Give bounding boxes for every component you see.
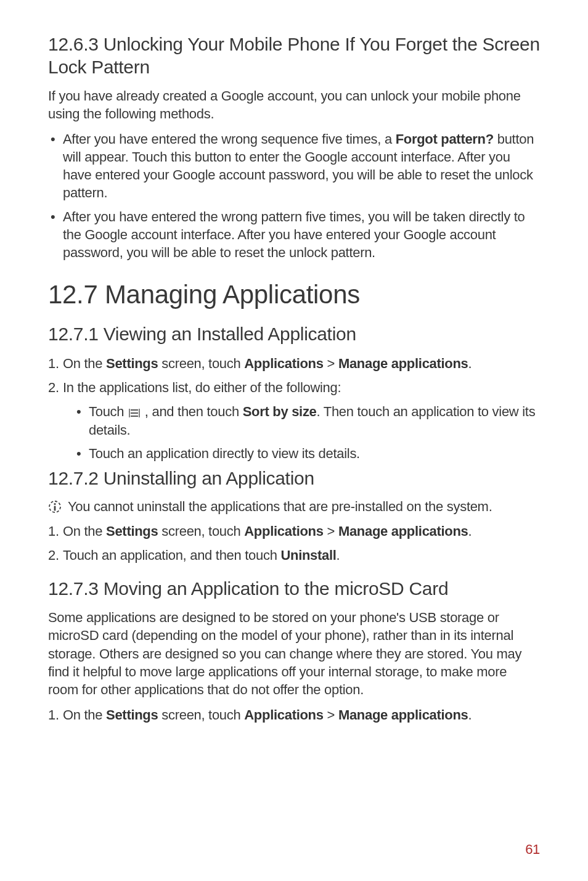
intro-12-7-3: Some applications are designed to be sto… [48, 609, 540, 698]
step-number: 1. [48, 706, 59, 724]
text: . [468, 707, 472, 723]
text: > [324, 707, 338, 723]
bold-text: Forgot pattern? [396, 131, 494, 147]
text: . [468, 523, 472, 539]
text: After you have entered the wrong sequenc… [63, 131, 396, 147]
info-icon [48, 500, 62, 514]
bold-text: Applications [244, 707, 323, 723]
step-2: 2. Touch an application, and then touch … [48, 546, 540, 564]
text: On the [63, 707, 106, 723]
text: On the [63, 356, 106, 371]
bold-text: Settings [106, 356, 158, 371]
intro-12-6-3: If you have already created a Google acc… [48, 87, 540, 123]
heading-12-6-3: 12.6.3 Unlocking Your Mobile Phone If Yo… [48, 33, 540, 78]
text: . [468, 356, 472, 371]
text: screen, touch [158, 523, 244, 539]
step-number: 1. [48, 522, 59, 540]
page-number: 61 [525, 842, 540, 858]
text: > [324, 523, 338, 539]
text: Touch an application, and then touch [63, 547, 280, 563]
svg-rect-6 [54, 506, 56, 510]
sub-bullet-item: Touch an application directly to view it… [75, 445, 540, 463]
heading-12-7-1: 12.7.1 Viewing an Installed Application [48, 323, 540, 346]
step-1: 1. On the Settings screen, touch Applica… [48, 522, 540, 540]
text: screen, touch [158, 707, 244, 723]
bold-text: Applications [244, 523, 323, 539]
step-2: 2. In the applications list, do either o… [48, 379, 540, 396]
note-text: You cannot uninstall the applications th… [68, 499, 492, 515]
bold-text: Uninstall [280, 547, 336, 563]
bullet-item: After you have entered the wrong pattern… [48, 208, 540, 261]
bullet-item: After you have entered the wrong sequenc… [48, 130, 540, 202]
heading-12-7-3: 12.7.3 Moving an Application to the micr… [48, 578, 540, 600]
text: . [337, 547, 340, 563]
step-number: 2. [48, 379, 59, 396]
sub-bullets-12-7-1: Touch , and then touch Sort by size. The… [75, 403, 540, 462]
text: , and then touch [141, 404, 243, 419]
text: Touch an application directly to view it… [89, 446, 360, 461]
bold-text: Manage applications [338, 707, 468, 723]
step-1: 1. On the Settings screen, touch Applica… [48, 354, 540, 372]
bold-text: Settings [106, 707, 158, 723]
heading-12-7: 12.7 Managing Applications [48, 280, 540, 309]
bullets-12-6-3: After you have entered the wrong sequenc… [48, 130, 540, 261]
text: In the applications list, do either of t… [63, 380, 341, 395]
bold-text: Manage applications [338, 356, 468, 371]
note-row: You cannot uninstall the applications th… [48, 499, 540, 515]
sub-bullet-item: Touch , and then touch Sort by size. The… [75, 403, 540, 439]
bold-text: Manage applications [338, 523, 468, 539]
text: screen, touch [158, 356, 244, 371]
bold-text: Settings [106, 523, 158, 539]
step-number: 1. [48, 354, 59, 372]
step-number: 2. [48, 546, 59, 564]
heading-12-7-2: 12.7.2 Uninstalling an Application [48, 467, 540, 490]
text: On the [63, 523, 106, 539]
bold-text: Applications [244, 356, 323, 371]
svg-point-5 [54, 503, 55, 505]
text: > [324, 356, 338, 371]
step-1: 1. On the Settings screen, touch Applica… [48, 706, 540, 724]
text: Touch [89, 404, 128, 419]
manual-page: 12.6.3 Unlocking Your Mobile Phone If Yo… [0, 0, 588, 881]
menu-icon [128, 409, 141, 417]
bold-text: Sort by size [243, 404, 317, 419]
text: After you have entered the wrong pattern… [63, 209, 525, 260]
